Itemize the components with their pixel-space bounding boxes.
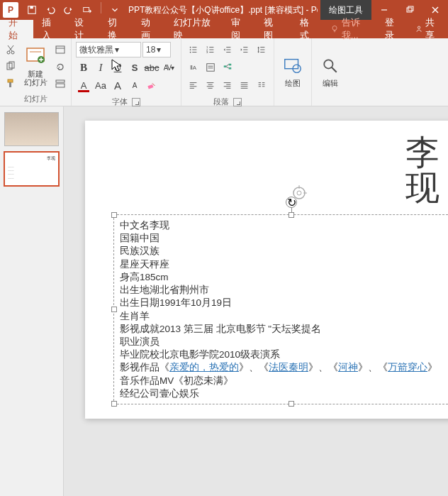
slides-group-label: 幻灯片	[3, 92, 68, 106]
new-slide-button[interactable]: 新建 幻灯片	[20, 44, 51, 88]
align-left-button[interactable]	[186, 77, 201, 93]
svg-rect-27	[56, 80, 65, 82]
tell-me-search[interactable]: 告诉我...	[325, 20, 378, 38]
clear-format-button[interactable]	[144, 77, 159, 93]
font-group-label: 字体	[112, 97, 128, 107]
tab-view[interactable]: 视图	[255, 20, 289, 38]
link-4[interactable]: 万箭穿心	[388, 362, 427, 373]
redo-icon[interactable]	[61, 2, 77, 18]
share-button[interactable]: 共享	[408, 20, 448, 38]
svg-rect-84	[285, 60, 298, 69]
svg-rect-59	[229, 67, 232, 70]
tab-slideshow[interactable]: 幻灯片放映	[165, 20, 223, 38]
tab-transitions[interactable]: 切换	[99, 20, 133, 38]
app-icon: P	[3, 2, 18, 18]
ribbon-tabs: 开始 插入 设计 切换 动画 幻灯片放映 审阅 视图 格式 告诉我... 登录 …	[0, 20, 448, 38]
svg-rect-54	[207, 64, 215, 72]
align-right-button[interactable]	[220, 77, 235, 93]
svg-point-33	[190, 49, 191, 50]
drawing-label: 绘图	[285, 79, 301, 87]
bullets-button[interactable]	[186, 42, 201, 57]
section-icon[interactable]	[52, 76, 68, 92]
svg-rect-57	[224, 65, 227, 67]
link-1[interactable]: 亲爱的，热爱的	[169, 362, 239, 373]
grow-font-button[interactable]: A	[110, 77, 125, 93]
bold-button[interactable]: B	[76, 60, 91, 75]
tab-animations[interactable]: 动画	[133, 20, 166, 38]
copy-icon[interactable]	[3, 59, 18, 75]
content-textbox[interactable]: ↻ 中文名李现 国籍中国 民族汉族 星座天秤座 身高185cm 出生地湖北省荆州…	[113, 214, 448, 404]
tab-design[interactable]: 设计	[66, 20, 99, 38]
resize-handle[interactable]	[289, 212, 294, 218]
smartart-button[interactable]	[220, 60, 235, 75]
ribbon-group-slides: 新建 幻灯片 幻灯片	[0, 38, 72, 106]
columns-button[interactable]	[254, 77, 269, 93]
slide-thumbnail-1[interactable]	[4, 112, 59, 146]
resize-handle[interactable]	[111, 307, 117, 312]
shadow-button[interactable]: S	[127, 60, 142, 75]
tab-format[interactable]: 格式	[289, 20, 325, 38]
char-spacing-button[interactable]: AV▾	[161, 60, 177, 75]
ribbon: 新建 幻灯片 幻灯片 微软雅黑▾ 18▾ B I U S	[0, 38, 448, 106]
font-name-combo[interactable]: 微软雅黑▾	[76, 42, 141, 57]
svg-rect-4	[407, 8, 412, 12]
underline-button[interactable]: U	[110, 60, 125, 75]
layout-icon[interactable]	[52, 42, 68, 57]
share-icon	[415, 24, 423, 34]
svg-rect-58	[229, 64, 232, 66]
cut-icon[interactable]	[3, 42, 18, 57]
svg-rect-18	[8, 79, 13, 82]
slide-title[interactable]: 李 现	[405, 135, 439, 206]
justify-button[interactable]	[237, 77, 252, 93]
svg-point-89	[297, 191, 301, 195]
tab-insert[interactable]: 插入	[33, 20, 67, 38]
align-text-button[interactable]	[203, 60, 218, 75]
svg-point-11	[418, 26, 420, 28]
reset-icon[interactable]	[52, 59, 68, 75]
slide-thumbnail-2[interactable]: 李现 ────────────	[4, 152, 59, 186]
svg-text:3: 3	[206, 50, 208, 54]
font-size-combo[interactable]: 18▾	[142, 42, 171, 57]
tab-review[interactable]: 审阅	[223, 20, 256, 38]
line-spacing-button[interactable]	[254, 42, 269, 57]
link-3[interactable]: 河神	[338, 362, 358, 373]
sign-in-button[interactable]: 登录	[378, 20, 408, 38]
start-from-beginning-icon[interactable]	[79, 2, 95, 18]
ribbon-group-drawing: 绘图	[274, 38, 312, 106]
svg-point-86	[324, 60, 332, 69]
align-center-button[interactable]	[203, 77, 218, 93]
strike-button[interactable]: abc	[144, 60, 159, 75]
font-color-button[interactable]: A	[76, 77, 91, 93]
svg-rect-25	[56, 46, 65, 53]
rotate-handle[interactable]: ↻	[286, 197, 297, 208]
resize-handle[interactable]	[111, 401, 117, 407]
slide-thumbnail-pane[interactable]: 李现 ────────────	[0, 106, 64, 496]
save-icon[interactable]	[24, 2, 40, 18]
tab-home[interactable]: 开始	[0, 20, 33, 38]
format-painter-icon[interactable]	[3, 76, 18, 92]
slide-canvas[interactable]: 李 现 ↻ 中文名李现 国籍中国 民族汉族 星座天秤座 身高185cm 出	[64, 106, 448, 496]
drawing-button[interactable]: 绘图	[277, 53, 308, 89]
svg-line-60	[226, 65, 229, 67]
paragraph-dialog-launcher[interactable]	[233, 98, 242, 106]
resize-handle[interactable]	[289, 401, 294, 407]
shrink-font-button[interactable]: A	[127, 77, 142, 93]
link-2[interactable]: 法医秦明	[269, 362, 308, 373]
qat-customize-icon[interactable]	[107, 2, 123, 18]
workspace: 李现 ──────────── 李 现 ↻ 中文名李现 国籍中国 民族汉族	[0, 106, 448, 496]
italic-button[interactable]: I	[93, 60, 108, 75]
numbering-button[interactable]: 123	[203, 42, 218, 57]
svg-rect-28	[56, 84, 65, 87]
font-dialog-launcher[interactable]	[132, 98, 140, 106]
svg-rect-19	[9, 82, 11, 87]
editing-button[interactable]: 编辑	[315, 53, 346, 89]
svg-point-35	[190, 52, 191, 53]
decrease-indent-button[interactable]	[220, 42, 235, 57]
increase-indent-button[interactable]	[237, 42, 252, 57]
ribbon-group-font: 微软雅黑▾ 18▾ B I U S abc AV▾ A Aa A A	[72, 38, 181, 106]
resize-handle[interactable]	[111, 212, 117, 218]
change-case-button[interactable]: Aa	[93, 77, 108, 93]
svg-rect-2	[84, 8, 89, 12]
text-direction-button[interactable]: ⅡA	[186, 60, 201, 75]
undo-icon[interactable]	[43, 2, 58, 18]
